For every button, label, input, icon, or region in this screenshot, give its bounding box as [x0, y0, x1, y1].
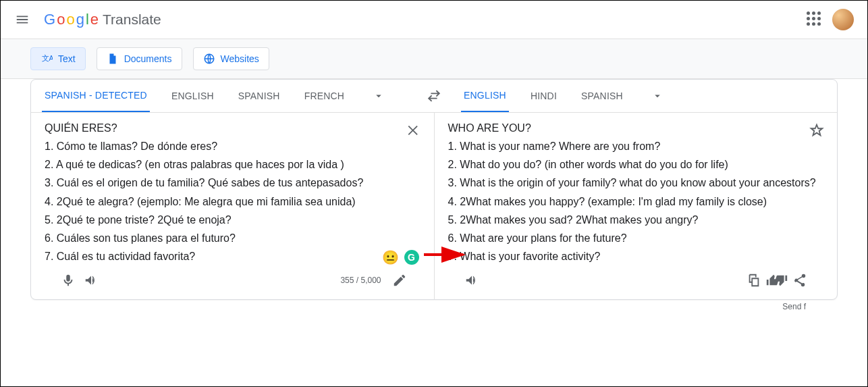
source-pane[interactable]: QUIÉN ERES? 1. Cómo te llamas? De dónde … — [31, 112, 435, 299]
account-avatar[interactable] — [832, 9, 854, 30]
microphone-button[interactable] — [57, 269, 80, 292]
mode-websites-button[interactable]: Websites — [193, 47, 269, 70]
google-apps-button[interactable] — [807, 11, 823, 28]
source-lang-more-button[interactable] — [369, 86, 389, 106]
target-lang-tab-hindi[interactable]: HINDI — [528, 80, 560, 112]
rate-translation-button[interactable] — [765, 269, 788, 292]
mode-text-label: Text — [58, 53, 76, 64]
mode-text-button[interactable]: 文A Text — [30, 47, 86, 70]
swap-languages-button[interactable] — [418, 80, 450, 112]
source-lang-tab-detected[interactable]: SPANISH - DETECTED — [42, 80, 150, 113]
source-text[interactable]: 1. Cómo te llamas? De dónde eres? 2. A q… — [45, 137, 421, 265]
mode-websites-label: Websites — [221, 53, 259, 64]
target-language-tabs: ENGLISH HINDI SPANISH — [450, 80, 837, 112]
clear-source-button[interactable] — [403, 120, 425, 141]
target-pane: WHO ARE YOU? 1. What is your name? Where… — [435, 112, 838, 299]
share-translation-button[interactable] — [788, 269, 811, 292]
language-row: SPANISH - DETECTED ENGLISH SPANISH FRENC… — [31, 80, 837, 112]
save-translation-button[interactable] — [806, 120, 828, 141]
svg-text:文A: 文A — [42, 54, 53, 62]
target-title: WHO ARE YOU? — [448, 122, 824, 134]
target-lang-more-button[interactable] — [647, 86, 668, 106]
keyboard-button[interactable] — [391, 272, 408, 289]
source-language-tabs: SPANISH - DETECTED ENGLISH SPANISH FRENC… — [31, 80, 418, 112]
mode-documents-button[interactable]: Documents — [97, 47, 182, 70]
listen-source-button[interactable] — [80, 269, 103, 292]
google-translate-logo[interactable]: Google Translate — [44, 11, 161, 28]
translate-card: SPANISH - DETECTED ENGLISH SPANISH FRENC… — [30, 79, 838, 300]
mode-documents-label: Documents — [124, 53, 172, 64]
copy-translation-button[interactable] — [742, 269, 765, 292]
send-feedback-link[interactable]: Send f — [782, 302, 806, 311]
menu-button[interactable] — [9, 6, 36, 33]
source-lang-tab-french[interactable]: FRENCH — [302, 80, 348, 112]
listen-target-button[interactable] — [460, 269, 483, 292]
app-name-label: Translate — [103, 11, 161, 28]
source-lang-tab-english[interactable]: ENGLISH — [169, 80, 217, 112]
character-counter: 355 / 5,000 — [340, 276, 381, 285]
target-lang-tab-english[interactable]: ENGLISH — [461, 80, 509, 113]
target-text: 1. What is your name? Where are you from… — [448, 137, 824, 265]
source-lang-tab-spanish[interactable]: SPANISH — [236, 80, 283, 112]
source-title: QUIÉN ERES? — [45, 122, 421, 134]
target-lang-tab-spanish[interactable]: SPANISH — [578, 80, 626, 112]
grammarly-icon[interactable]: G — [404, 250, 419, 265]
neutral-face-icon: 😐 — [382, 249, 399, 265]
